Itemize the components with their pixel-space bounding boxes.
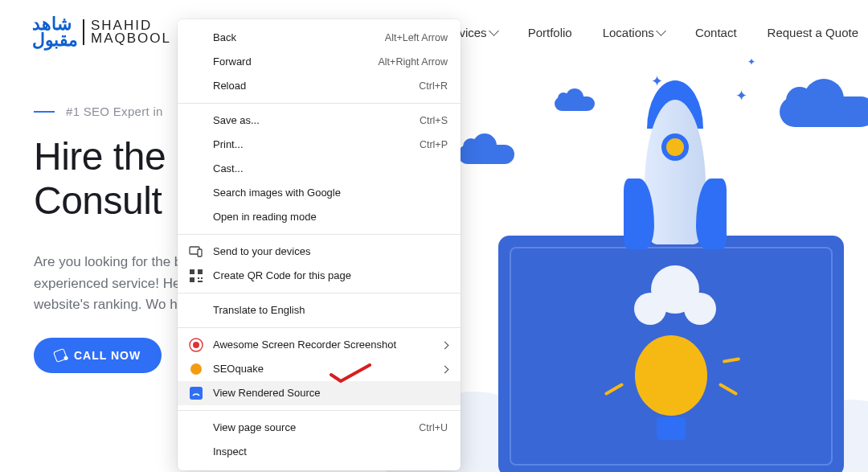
- call-now-button[interactable]: CALL NOW: [34, 338, 162, 373]
- chevron-down-icon: [489, 26, 499, 36]
- svg-rect-7: [198, 281, 203, 282]
- ctx-reload[interactable]: Reload Ctrl+R: [178, 74, 461, 98]
- ctx-send-devices[interactable]: Send to your devices: [178, 240, 461, 264]
- cloud-icon: [555, 96, 595, 111]
- ctx-qr-code[interactable]: Create QR Code for this page: [178, 264, 461, 288]
- ctx-search-images[interactable]: Search images with Google: [178, 181, 461, 205]
- svg-rect-2: [190, 269, 194, 274]
- nav-portfolio[interactable]: Portfolio: [528, 26, 572, 39]
- ctx-translate[interactable]: Translate to English: [178, 298, 461, 322]
- nav-contact[interactable]: Contact: [695, 26, 737, 39]
- svg-point-10: [190, 363, 202, 375]
- ctx-separator: [178, 410, 461, 411]
- logo-english: SHAHID MAQBOOL: [83, 19, 171, 45]
- ctx-reading-mode[interactable]: Open in reading mode: [178, 205, 461, 229]
- ctx-ext-seoquake[interactable]: SEOquake: [178, 357, 461, 381]
- devices-icon: [189, 244, 203, 259]
- browser-context-menu[interactable]: Back Alt+Left Arrow Forward Alt+Right Ar…: [178, 19, 461, 470]
- phone-icon: [53, 348, 68, 363]
- ctx-separator: [178, 327, 461, 328]
- ctx-view-page-source[interactable]: View page source Ctrl+U: [178, 416, 461, 440]
- sparkle-icon: ✦: [735, 87, 747, 105]
- seoquake-icon: [189, 362, 203, 376]
- ctx-separator: [178, 293, 461, 293]
- svg-rect-5: [198, 277, 199, 279]
- hero-tagline: #1 SEO Expert in: [66, 105, 163, 118]
- svg-rect-3: [198, 269, 203, 274]
- ctx-save-as[interactable]: Save as... Ctrl+S: [178, 109, 461, 133]
- annotation-checkmark: [330, 363, 371, 383]
- cloud-icon: [458, 145, 514, 164]
- sparkle-icon: ✦: [747, 56, 755, 68]
- svg-rect-6: [201, 277, 203, 279]
- cloud-icon: [780, 96, 868, 127]
- ctx-back[interactable]: Back Alt+Left Arrow: [178, 26, 461, 50]
- hero-illustration: ✦ ✦ ✦ ✦: [434, 48, 868, 472]
- ctx-forward[interactable]: Forward Alt+Right Arrow: [178, 50, 461, 74]
- svg-rect-4: [190, 277, 194, 282]
- svg-rect-11: [190, 387, 203, 400]
- logo-arabic: شاهد مقبول: [32, 16, 78, 48]
- chevron-right-icon: [441, 341, 449, 349]
- ctx-ext-recorder[interactable]: Awesome Screen Recorder Screenshot: [178, 333, 461, 357]
- ctx-separator: [178, 103, 461, 104]
- site-logo[interactable]: شاهد مقبول SHAHID MAQBOOL: [32, 16, 171, 48]
- tagline-bar: [34, 111, 55, 113]
- recorder-icon: [189, 338, 203, 352]
- ctx-separator: [178, 234, 461, 235]
- ctx-view-rendered-source[interactable]: View Rendered Source: [178, 381, 461, 405]
- ctx-print[interactable]: Print... Ctrl+P: [178, 133, 461, 157]
- rendered-source-icon: [189, 386, 203, 400]
- ctx-inspect[interactable]: Inspect: [178, 440, 461, 464]
- chevron-right-icon: [441, 365, 449, 373]
- ctx-cast[interactable]: Cast...: [178, 157, 461, 181]
- nav-locations[interactable]: Locations: [603, 26, 665, 39]
- qr-icon: [189, 269, 203, 283]
- chevron-down-icon: [656, 26, 666, 36]
- rocket-graphic: [619, 80, 731, 306]
- lightbulb-graphic: [627, 335, 715, 448]
- svg-point-9: [193, 342, 199, 348]
- svg-rect-1: [198, 249, 202, 257]
- nav-request-quote[interactable]: Request a Quote: [768, 26, 858, 39]
